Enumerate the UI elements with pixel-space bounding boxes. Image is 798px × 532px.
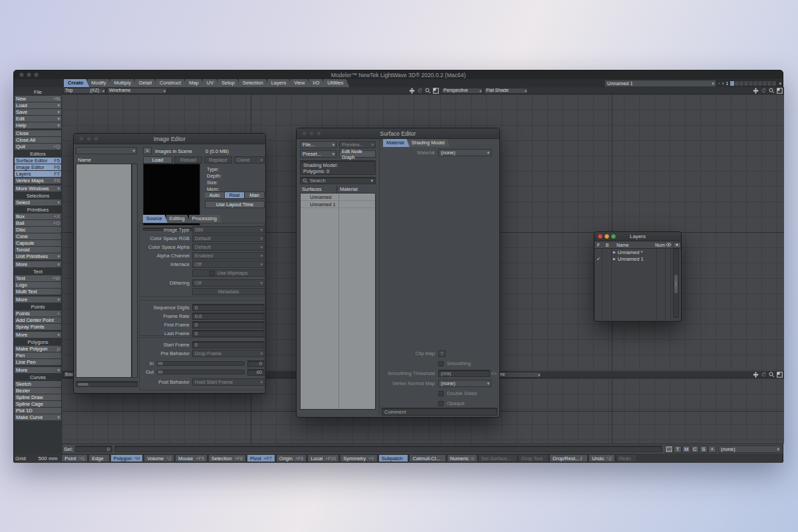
sidebar-item[interactable]: Quit+Q (15, 144, 61, 150)
expand-arrow-icon[interactable]: ▶ (613, 250, 616, 254)
preview-dropdown[interactable]: Preview... (339, 141, 376, 148)
editor-tab[interactable]: Material (383, 139, 410, 147)
image-list-scrollbar[interactable] (132, 164, 138, 378)
expand-arrow-icon[interactable]: ▶ (613, 257, 616, 261)
sidebar-item[interactable]: Ball+O (15, 220, 61, 226)
use-mipmaps-button[interactable]: Use Mipmaps (192, 269, 265, 277)
clone-dropdown[interactable]: Clone (234, 156, 265, 164)
rotate-icon[interactable] (761, 88, 767, 94)
expand-icon[interactable] (433, 88, 439, 94)
menu-tab[interactable]: Create (64, 79, 89, 87)
sidebar-item[interactable]: Capsule (15, 240, 61, 246)
image-list-hscrollbar[interactable] (76, 381, 138, 387)
sidebar-item[interactable]: Pen (15, 352, 61, 358)
menu-tab[interactable]: Modify (87, 79, 112, 87)
surface-row[interactable]: Unnamed (301, 194, 375, 201)
zoom-icon[interactable] (425, 88, 431, 94)
preset-dropdown[interactable]: Preset... (300, 150, 336, 158)
sidebar-item[interactable]: Select▾ (15, 200, 61, 205)
first-frame-field[interactable]: 0 (192, 321, 265, 329)
use-layout-time-button[interactable]: Use Layout Time (205, 201, 265, 208)
sidebar-item[interactable]: LayersF7 (15, 171, 61, 177)
sidebar-item[interactable]: Help▾ (15, 122, 61, 128)
start-frame-field[interactable]: 0 (192, 341, 265, 348)
clip-map-button[interactable]: T (438, 350, 446, 357)
sidebar-item[interactable]: Line Pen (15, 359, 61, 365)
menu-tab[interactable]: Utilities (323, 79, 349, 87)
double-sided-checkbox[interactable] (438, 391, 444, 396)
layer-row[interactable]: ▶ Unnamed * (595, 249, 681, 255)
zoom-icon[interactable] (769, 372, 775, 378)
rotate-icon[interactable] (417, 88, 423, 94)
sidebar-item[interactable]: Multi Text (15, 289, 61, 295)
sidebar-item[interactable]: Logo (15, 282, 61, 288)
layers-menu-dropdown[interactable]: ▾ (673, 242, 681, 248)
comment-field[interactable]: Comment (382, 408, 497, 416)
surface-row[interactable]: Unnamed 1 (301, 201, 375, 208)
menu-tab[interactable]: Detail (135, 79, 158, 87)
smoothing-checkbox[interactable] (438, 361, 444, 366)
sidebar-item[interactable]: Sketch (15, 381, 61, 387)
tool-toggle-button[interactable]: W (665, 446, 673, 453)
interlace-dropdown[interactable]: Off (192, 261, 265, 268)
mode-button[interactable]: Drop/Rest... / (549, 454, 588, 462)
view-type-dropdown[interactable]: Perspective (442, 88, 483, 94)
sidebar-item[interactable]: Points+ (15, 311, 61, 317)
sidebar-item[interactable]: Save▾ (15, 109, 61, 115)
out-value-field[interactable]: 60 (247, 369, 265, 376)
menu-tab[interactable]: UV (203, 79, 219, 87)
vmap-selector-dropdown[interactable]: (none) (718, 446, 781, 453)
sidebar-item[interactable]: Cone (15, 233, 61, 239)
sidebar-item[interactable]: Make Curve▾ (15, 414, 61, 420)
bank-dropdown-icon[interactable]: ▾ (779, 81, 781, 86)
surface-search-input[interactable]: Search ▾ (300, 177, 376, 184)
expand-icon[interactable] (777, 372, 783, 378)
sidebar-item[interactable]: New+N (15, 96, 61, 102)
scroll-thumb[interactable] (674, 275, 678, 293)
last-frame-field[interactable]: 0 (192, 330, 265, 337)
replace-button[interactable]: Replace (204, 156, 232, 164)
sidebar-item[interactable]: Load▾ (15, 102, 61, 108)
sidebar-item[interactable]: Close (15, 130, 61, 136)
editor-tab[interactable]: Shading Model (408, 139, 450, 147)
mode-button[interactable]: Symmetry+Y (340, 454, 378, 462)
mode-button[interactable]: Catmull-Cl... (409, 454, 446, 462)
opaque-checkbox[interactable] (438, 401, 444, 406)
time-mode-button[interactable]: Auto (205, 192, 225, 199)
mode-button[interactable]: Subpatch (378, 454, 409, 462)
menu-tab[interactable]: View (290, 79, 311, 87)
mode-button[interactable]: Point^G (61, 454, 88, 462)
pan-icon[interactable] (753, 372, 759, 378)
out-slider[interactable] (156, 370, 245, 374)
post-behavior-dropdown[interactable]: Hold Start Frame (192, 378, 265, 386)
in-value-field[interactable]: 0 (247, 360, 265, 367)
expand-icon[interactable] (777, 88, 783, 94)
smoothing-threshold-field[interactable]: (n/a) (438, 370, 490, 377)
tool-toggle-button[interactable]: C (691, 446, 699, 453)
prev-layer-button[interactable]: ‹ (718, 80, 720, 86)
menu-tab[interactable]: Map (185, 79, 205, 87)
sidebar-item[interactable]: Vertex MapsF8 (15, 178, 61, 184)
pan-icon[interactable] (409, 88, 415, 94)
dithering-dropdown[interactable]: Off (192, 279, 265, 287)
sidebar-item[interactable]: Unit Primitives▾ (15, 253, 61, 259)
sidebar-item[interactable]: Surface EditorF5 (15, 158, 61, 164)
mode-button[interactable]: Edge (88, 454, 110, 462)
sidebar-item[interactable]: Spline Draw (15, 394, 61, 400)
mode-button[interactable]: Set Surface... (478, 454, 517, 462)
sidebar-item[interactable]: More▾ (15, 297, 61, 303)
mode-button[interactable]: Numericn (447, 454, 477, 462)
sidebar-item[interactable]: Box+X (15, 213, 61, 219)
pre-behavior-dropdown[interactable]: Drop Frame (192, 350, 265, 357)
sidebar-item[interactable]: Disc (15, 227, 61, 233)
sidebar-item[interactable]: Toroid (15, 247, 61, 253)
sidebar-item[interactable]: Text+W (15, 275, 61, 281)
mode-button[interactable]: Undo^Z (589, 454, 615, 462)
layers-scrollbar[interactable] (673, 249, 679, 318)
menu-tab[interactable]: Construct (156, 79, 187, 87)
menu-tab[interactable]: Setup (217, 79, 241, 87)
tool-toggle-button[interactable]: T (674, 446, 682, 453)
menu-tab[interactable]: Layers (267, 79, 293, 87)
rotate-icon[interactable] (761, 372, 767, 378)
mode-button[interactable]: Polygon^H (110, 454, 143, 462)
